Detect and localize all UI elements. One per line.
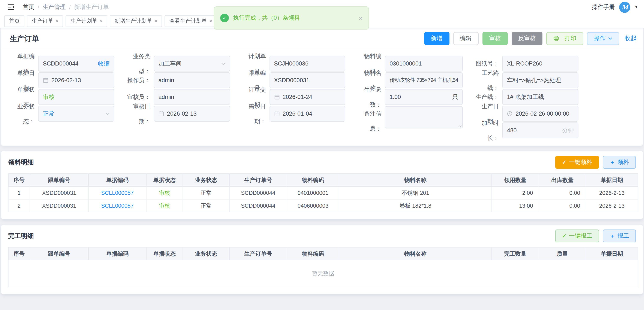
button-label: 一键领料: [569, 158, 592, 166]
collapse-sidebar-icon[interactable]: [6, 3, 15, 11]
plan-no-field[interactable]: SCJH000036: [269, 56, 346, 71]
material-section-buttons: ✓一键领料 ＋领料: [555, 156, 636, 169]
field-value: SCDD000044: [43, 60, 79, 67]
tab-production-order[interactable]: 生产订单×: [27, 15, 63, 27]
breadcrumb-production-mgmt[interactable]: 生产管理: [43, 3, 66, 11]
col-header: 物料编码: [287, 247, 339, 260]
material-name-field[interactable]: 传动皮轮件 735×794 主机孔54: [385, 72, 463, 88]
reverse-audit-button[interactable]: 反审核: [512, 32, 542, 45]
remark-textarea[interactable]: [385, 106, 463, 128]
doc-code-field[interactable]: SCDD000044收缩: [38, 56, 114, 71]
cell-mat-code: 0406000003: [287, 199, 339, 212]
col-header: 业务状态: [183, 174, 230, 186]
operator-field[interactable]: admin: [154, 72, 230, 88]
process-route-field[interactable]: 车钳=>钻孔=>热处理: [502, 72, 578, 88]
cell-req-qty: 2.00: [492, 186, 539, 199]
cell-biz-status: 正常: [183, 186, 230, 199]
status-value: 正常: [43, 110, 54, 118]
user-menu-caret-icon[interactable]: ▼: [634, 5, 638, 9]
table-row[interactable]: 2 XSDD000031 SCLL000057 审核 正常 SCDD000044…: [8, 199, 638, 212]
biz-status-select[interactable]: 正常: [38, 106, 114, 122]
field-label: 审核日期：: [122, 99, 150, 129]
auditor-field[interactable]: admin: [154, 89, 230, 105]
print-button[interactable]: 打印: [546, 32, 583, 45]
tab-view-production-plan[interactable]: 查看生产计划单×: [165, 15, 217, 27]
total-qty-field[interactable]: 1.00只: [385, 89, 463, 105]
drawing-no-field[interactable]: XL-RCOP260: [502, 56, 578, 71]
breadcrumb-home[interactable]: 首页: [23, 3, 34, 11]
edit-button[interactable]: 编辑: [453, 32, 478, 45]
tab-close-icon[interactable]: ×: [210, 19, 212, 23]
doc-date-field[interactable]: 2026-02-13: [38, 72, 114, 88]
col-header: 生产订单号: [230, 247, 287, 260]
add-report-button[interactable]: ＋报工: [603, 230, 636, 242]
material-detail-card: 领料明细 ✓一键领料 ＋领料 序号 跟单编号 单据编码 单据状态 业务状态 生产…: [1, 151, 643, 219]
toast-close-icon[interactable]: ×: [359, 14, 362, 22]
process-duration-field[interactable]: 480分钟: [502, 122, 578, 138]
tab-label: 生产订单: [32, 17, 53, 25]
finish-section-buttons: ✓一键报工 ＋报工: [555, 230, 636, 242]
production-date-field[interactable]: 2026-02-26 00:00:00: [502, 106, 578, 122]
button-label: 一键报工: [569, 232, 592, 240]
toast-message: 执行完成，共（0）条领料: [233, 14, 300, 22]
field-value: 1# 底架加工线: [507, 93, 544, 101]
col-header: 质量: [539, 247, 586, 260]
add-requisition-button[interactable]: ＋领料: [603, 156, 636, 169]
cell-doc-status: 审核: [159, 189, 170, 196]
empty-row: 暂无数据: [8, 260, 638, 287]
col-header: 跟单编号: [30, 174, 88, 186]
col-header: 物料名称: [339, 174, 492, 186]
audit-date-field[interactable]: 2026-02-13: [154, 106, 230, 122]
cell-no: 1: [8, 186, 30, 199]
status-value: 审核: [43, 93, 54, 101]
doc-code-link[interactable]: SCLL000057: [101, 190, 134, 196]
print-label: 打印: [565, 35, 576, 42]
tab-close-icon[interactable]: ×: [155, 19, 158, 23]
table-row[interactable]: 1 XSDD000031 SCLL000057 审核 正常 SCDD000044…: [8, 186, 638, 199]
resize-grip-icon[interactable]: [458, 123, 462, 127]
form-col-3: 计划单号： SCJH000036 跟单编号： XSDD000031 订单交期： …: [238, 56, 346, 140]
field-value: 0301000001: [390, 60, 422, 67]
printer-icon: [553, 35, 559, 41]
cell-po-no: SCDD000044: [230, 186, 287, 199]
breadcrumb: 首页 / 生产管理 / 新增生产订单: [23, 3, 108, 11]
check-icon: ✓: [562, 233, 566, 239]
tab-close-icon[interactable]: ×: [100, 19, 102, 23]
demand-date-field[interactable]: 2026-01-04: [269, 106, 346, 122]
col-header: 完工数量: [492, 247, 539, 260]
tab-close-icon[interactable]: ×: [56, 19, 58, 23]
toolbar: 新增 编辑 审核 反审核 打印 操作 收起: [424, 32, 637, 45]
breadcrumb-separator: /: [69, 4, 71, 10]
shrink-link[interactable]: 收缩: [98, 60, 110, 67]
one-click-requisition-button[interactable]: ✓一键领料: [555, 156, 599, 169]
biz-type-select[interactable]: 加工车间: [154, 56, 230, 71]
material-table: 序号 跟单编号 单据编码 单据状态 业务状态 生产订单号 物料编码 物料名称 领…: [8, 173, 638, 212]
field-value: 480: [507, 127, 516, 134]
finish-table: 序号 跟单编号 单据编码 单据状态 业务状态 生产订单号 物料编码 物料名称 完…: [8, 247, 638, 287]
field-value: 2026-01-04: [282, 110, 312, 117]
field-value: admin: [158, 94, 174, 100]
material-code-field[interactable]: 0301000001: [385, 56, 463, 71]
production-line-field[interactable]: 1# 底架加工线: [502, 89, 578, 105]
one-click-report-button[interactable]: ✓一键报工: [555, 230, 599, 242]
breadcrumb-separator: /: [38, 4, 39, 10]
tab-new-production-plan[interactable]: 新增生产计划单×: [110, 15, 162, 27]
tab-production-plan[interactable]: 生产计划单×: [66, 15, 107, 27]
field-label: 操作员：: [122, 73, 150, 88]
add-button[interactable]: 新增: [424, 32, 449, 45]
manual-link[interactable]: 操作手册: [592, 3, 615, 11]
tracking-no-field[interactable]: XSDD000031: [269, 72, 346, 88]
calendar-icon: [274, 111, 280, 116]
chevron-down-icon: [221, 62, 225, 65]
actions-dropdown-button[interactable]: 操作: [587, 32, 619, 45]
col-header: 序号: [8, 247, 30, 260]
form-col-2: 业务类型： 加工车间 操作员： admin 审核员： admin 审核日期： 2…: [122, 56, 230, 140]
audit-button[interactable]: 审核: [482, 32, 508, 45]
delivery-date-field[interactable]: 2026-01-24: [269, 89, 346, 105]
doc-status-field[interactable]: 审核: [38, 89, 114, 105]
doc-code-link[interactable]: SCLL000057: [101, 203, 134, 209]
collapse-form-link[interactable]: 收起: [625, 35, 637, 42]
success-check-icon: ✓: [220, 14, 229, 22]
tab-home[interactable]: 首页: [4, 15, 24, 27]
avatar[interactable]: M: [619, 1, 630, 13]
